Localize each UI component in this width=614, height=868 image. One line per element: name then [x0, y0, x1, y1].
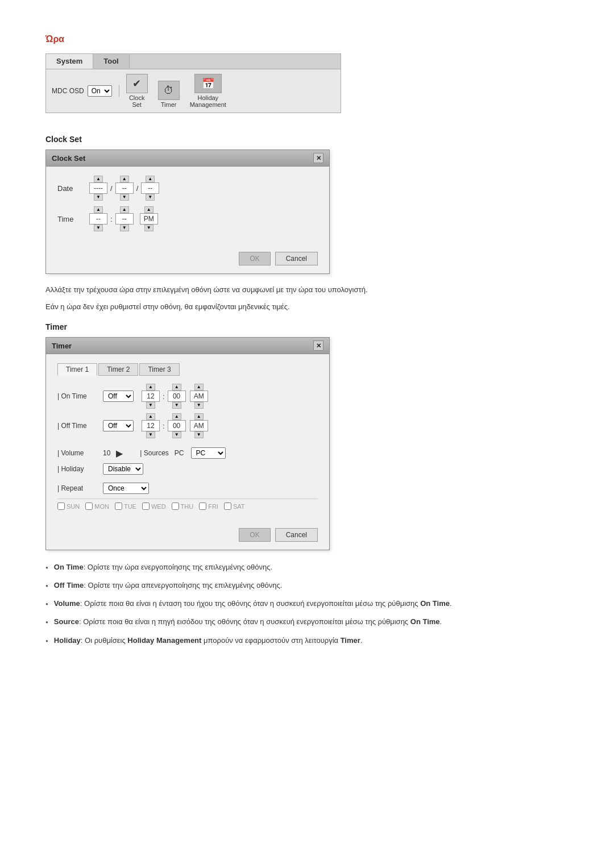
day-tue-checkbox[interactable] [115, 502, 122, 510]
day-sun: SUN [57, 502, 80, 510]
time-ampm-down-arrows[interactable]: ▼ [144, 225, 154, 231]
off-min-up[interactable]: ▲ [172, 413, 181, 420]
timer-tab-3[interactable]: Timer 3 [139, 363, 179, 376]
day-tue: TUE [115, 502, 136, 510]
date-day-spin[interactable]: ▲ -- ▼ [141, 176, 159, 201]
holiday-row: | Holiday Disable Enable [57, 463, 318, 475]
date-month-down[interactable]: ▼ [120, 194, 129, 201]
date-year-down[interactable]: ▼ [94, 194, 103, 201]
clock-set-ok-button[interactable]: OK [239, 252, 270, 265]
off-hour-down[interactable]: ▼ [146, 431, 155, 438]
time-ampm-arrows[interactable]: ▲ [144, 206, 154, 213]
date-day-arrows[interactable]: ▲ [146, 176, 155, 182]
time-min-down-arrows[interactable]: ▼ [120, 225, 129, 231]
time-colon: : [110, 215, 113, 223]
off-ampm-down[interactable]: ▼ [194, 431, 204, 438]
on-hour-down[interactable]: ▼ [146, 402, 155, 409]
day-sat-checkbox[interactable] [224, 502, 231, 510]
clock-set-cancel-button[interactable]: Cancel [275, 252, 318, 265]
day-thu-checkbox[interactable] [172, 502, 179, 510]
time-min-spin[interactable]: ▲ -- ▼ [115, 206, 134, 231]
toolbar-icons: ✔ Clock Set ⏱ Timer 📅 Holiday Management [126, 74, 226, 108]
time-min-down[interactable]: ▼ [120, 225, 129, 231]
time-row: Time ▲ -- ▼ : ▲ -- [57, 206, 318, 231]
time-hour-arrows[interactable]: ▲ [94, 206, 103, 213]
timer-dialog-title: Timer [52, 342, 72, 350]
sources-select[interactable]: PC HDMI [191, 447, 226, 459]
timer-spacer1 [57, 443, 318, 447]
date-year-spin[interactable]: ▲ ---- ▼ [89, 176, 107, 201]
time-hour-up[interactable]: ▲ [94, 206, 103, 213]
bullet-holiday-bold: Holiday [54, 636, 81, 645]
off-time-select[interactable]: Off On [103, 420, 134, 431]
toolbar-icon-holiday[interactable]: 📅 Holiday Management [190, 74, 226, 108]
off-ampm-value: AM [190, 420, 208, 431]
bullet-volume-on-time-bold: On Time [420, 599, 450, 608]
timer-close-button[interactable]: ✕ [313, 340, 323, 351]
day-sun-checkbox[interactable] [57, 502, 65, 510]
date-day-down[interactable]: ▼ [146, 194, 155, 201]
date-month-arrows[interactable]: ▲ [120, 176, 129, 182]
off-min-down[interactable]: ▼ [172, 431, 181, 438]
volume-arrow[interactable]: ▶ [116, 448, 123, 459]
date-month-down-arrows[interactable]: ▼ [120, 194, 129, 201]
on-time-select[interactable]: Off On [103, 391, 134, 402]
timer-tab-2[interactable]: Timer 2 [98, 363, 138, 376]
day-wed-checkbox[interactable] [142, 502, 150, 510]
time-ampm-down[interactable]: ▼ [144, 225, 154, 231]
date-label: Date [57, 184, 86, 193]
on-ampm-down[interactable]: ▼ [194, 402, 204, 409]
off-min-spin[interactable]: ▲ 00 ▼ [168, 413, 186, 438]
on-ampm-spin[interactable]: ▲ AM ▼ [190, 384, 208, 409]
off-ampm-spin[interactable]: ▲ AM ▼ [190, 413, 208, 438]
date-year-arrows[interactable]: ▲ [94, 176, 103, 182]
timer-icon: ⏱ [158, 81, 180, 100]
holiday-select[interactable]: Disable Enable [103, 463, 143, 475]
time-hour-down-arrows[interactable]: ▼ [94, 225, 103, 231]
mdc-osd-select[interactable]: On Off [88, 85, 112, 97]
timer-ok-button[interactable]: OK [239, 528, 270, 542]
on-ampm-up[interactable]: ▲ [194, 384, 204, 391]
date-day-up[interactable]: ▲ [146, 176, 155, 182]
bullet-dot-5: ● [45, 638, 48, 645]
on-min-spin[interactable]: ▲ 00 ▼ [168, 384, 186, 409]
date-month-up[interactable]: ▲ [120, 176, 129, 182]
time-min-up[interactable]: ▲ [120, 206, 129, 213]
bullet-list: ● On Time: Ορίστε την ώρα ενεργοποίησης … [45, 562, 569, 646]
date-year-down-arrows[interactable]: ▼ [94, 194, 103, 201]
tab-tool[interactable]: Tool [93, 54, 129, 69]
time-ampm-up[interactable]: ▲ [144, 206, 154, 213]
off-hour-up[interactable]: ▲ [146, 413, 155, 420]
bullet-source-bold: Source [54, 617, 79, 626]
volume-value: 10 [103, 449, 110, 457]
on-min-up[interactable]: ▲ [172, 384, 181, 391]
time-hour-spin[interactable]: ▲ -- ▼ [89, 206, 107, 231]
time-min-arrows[interactable]: ▲ [120, 206, 129, 213]
toolbar-icon-clock[interactable]: ✔ Clock Set [126, 74, 148, 108]
date-day-down-arrows[interactable]: ▼ [146, 194, 155, 201]
timer-cancel-button[interactable]: Cancel [275, 528, 318, 542]
day-fri-checkbox[interactable] [199, 502, 206, 510]
body-text-2: Εάν η ώρα δεν έχει ρυθμιστεί στην οθόνη,… [45, 301, 569, 313]
day-mon-checkbox[interactable] [85, 502, 93, 510]
volume-label: | Volume [57, 449, 98, 457]
repeat-select[interactable]: Once Everyday Mon~Fri Mon~Sat Weekly [103, 483, 149, 494]
toolbar-icon-timer[interactable]: ⏱ Timer [158, 81, 180, 108]
bullet-volume-text: Volume: Ορίστε ποια θα είναι η ένταση το… [54, 598, 452, 609]
off-ampm-up[interactable]: ▲ [194, 413, 204, 420]
clock-set-close-button[interactable]: ✕ [313, 153, 323, 163]
off-hour-spin[interactable]: ▲ 12 ▼ [142, 413, 160, 438]
timer-tab-1[interactable]: Timer 1 [57, 363, 97, 376]
day-tue-label: TUE [124, 503, 136, 510]
off-colon: : [163, 422, 165, 430]
off-time-label: | Off Time [57, 422, 98, 430]
time-ampm-spin[interactable]: ▲ PM ▼ [140, 206, 158, 231]
body-text-1: Αλλάξτε την τρέχουσα ώρα στην επιλεγμένη… [45, 284, 569, 296]
on-hour-spin[interactable]: ▲ 12 ▼ [142, 384, 160, 409]
date-month-spin[interactable]: ▲ -- ▼ [115, 176, 134, 201]
tab-system[interactable]: System [46, 54, 93, 69]
date-year-up[interactable]: ▲ [94, 176, 103, 182]
on-min-down[interactable]: ▼ [172, 402, 181, 409]
on-hour-up[interactable]: ▲ [146, 384, 155, 391]
time-hour-down[interactable]: ▼ [94, 225, 103, 231]
